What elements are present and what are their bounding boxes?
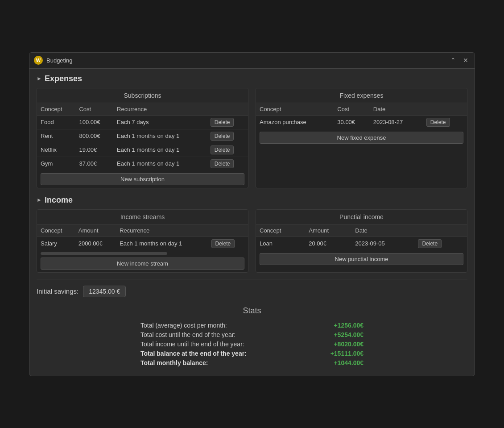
stat-label: Total cost until the end of the year: — [140, 331, 235, 338]
table-row: Food 100.00€ Each 7 days Delete — [37, 115, 248, 129]
streams-col-action — [208, 224, 248, 237]
punctual-col-action — [414, 224, 467, 237]
concept-cell: Food — [37, 115, 75, 129]
action-cell: Delete — [208, 237, 248, 250]
streams-col-amount: Amount — [75, 224, 116, 237]
amount-cell: 2000.00€ — [75, 237, 116, 250]
stat-value: +1256.00€ — [334, 322, 364, 329]
punctual-income-table: Concept Amount Date Loan 20.00€ 2023-09-… — [256, 224, 467, 250]
delete-button[interactable]: Delete — [211, 145, 234, 154]
subs-col-cost: Cost — [75, 103, 113, 116]
date-cell: 2023-09-05 — [351, 237, 414, 250]
new-subscription-button[interactable]: New subscription — [41, 173, 244, 185]
table-row: Amazon purchase 30.00€ 2023-08-27 Delete — [256, 115, 467, 129]
stat-label: Total income until the end of the year: — [140, 341, 244, 348]
subscriptions-panel-title: Subscriptions — [37, 88, 248, 103]
recurrence-cell: Each 1 months on day 1 — [116, 237, 207, 250]
table-row: Rent 800.00€ Each 1 months on day 1 Dele… — [37, 129, 248, 143]
initial-savings-label: Initial savings: — [37, 287, 78, 295]
stat-label: Total monthly balance: — [140, 359, 208, 366]
punctual-col-date: Date — [351, 224, 414, 237]
new-fixed-expense-button[interactable]: New fixed expense — [260, 132, 463, 144]
streams-col-recurrence: Recurrence — [116, 224, 207, 237]
app-icon: W — [34, 56, 43, 65]
action-cell: Delete — [414, 237, 467, 250]
income-panels: Income streams Concept Amount Recurrence — [37, 209, 467, 273]
delete-button[interactable]: Delete — [426, 118, 450, 127]
main-window: W Budgeting ⌃ ✕ ► Expenses Subscriptions — [29, 52, 475, 376]
expenses-arrow-icon: ► — [37, 75, 42, 82]
titlebar: W Budgeting ⌃ ✕ — [29, 53, 475, 69]
recurrence-cell: Each 1 months on day 1 — [113, 157, 207, 170]
stats-title: Stats — [37, 306, 467, 316]
concept-cell: Amazon purchase — [256, 115, 334, 129]
stat-value: +5254.00€ — [334, 331, 364, 338]
income-streams-table: Concept Amount Recurrence Salary 2000.00… — [37, 224, 248, 250]
close-button[interactable]: ✕ — [461, 56, 470, 65]
cost-cell: 800.00€ — [75, 129, 113, 143]
titlebar-controls: ⌃ ✕ — [449, 56, 470, 65]
income-streams-panel: Income streams Concept Amount Recurrence — [37, 209, 248, 273]
new-income-stream-button[interactable]: New income stream — [41, 258, 244, 270]
titlebar-left: W Budgeting — [34, 56, 73, 65]
table-row: Loan 20.00€ 2023-09-05 Delete — [256, 237, 467, 250]
punctual-col-concept: Concept — [256, 224, 305, 237]
delete-button[interactable]: Delete — [418, 239, 442, 248]
concept-cell: Gym — [37, 157, 75, 170]
delete-button[interactable]: Delete — [211, 159, 234, 168]
recurrence-cell: Each 7 days — [113, 115, 207, 129]
subscriptions-table: Concept Cost Recurrence Food 100.00€ Eac… — [37, 103, 248, 170]
delete-button[interactable]: Delete — [211, 239, 235, 248]
delete-button[interactable]: Delete — [211, 132, 234, 141]
income-section-header: ► Income — [37, 195, 467, 205]
initial-savings-value[interactable]: 12345.00 € — [83, 286, 126, 297]
new-punctual-income-button[interactable]: New punctial income — [260, 253, 463, 265]
stat-value: +15111.00€ — [330, 350, 364, 357]
concept-cell: Rent — [37, 129, 75, 143]
action-cell: Delete — [207, 115, 248, 129]
date-cell: 2023-08-27 — [370, 115, 423, 129]
stat-value: +8020.00€ — [334, 341, 364, 348]
cost-cell: 19.00€ — [75, 143, 113, 157]
fixed-col-date: Date — [370, 103, 423, 116]
action-cell: Delete — [207, 143, 248, 157]
cost-cell: 100.00€ — [75, 115, 113, 129]
stat-value: +1044.00€ — [334, 359, 364, 366]
subscriptions-table-wrap[interactable]: Concept Cost Recurrence Food 100.00€ Eac… — [37, 103, 248, 170]
action-cell: Delete — [207, 157, 248, 170]
income-streams-panel-title: Income streams — [37, 210, 248, 224]
fixed-expenses-panel: Fixed expenses Concept Cost Date — [256, 88, 467, 188]
punctual-income-panel: Punctial income Concept Amount Date — [256, 209, 467, 273]
punctual-income-panel-title: Punctial income — [256, 210, 467, 224]
fixed-col-concept: Concept — [256, 103, 334, 116]
fixed-expenses-table-wrap[interactable]: Concept Cost Date Amazon purchase 30.00€… — [256, 103, 467, 129]
minimize-button[interactable]: ⌃ — [449, 56, 458, 65]
stat-label: Total (average) cost per month: — [140, 322, 227, 329]
window-title: Budgeting — [46, 57, 73, 64]
stats-section: Initial savings: 12345.00 € Stats Total … — [37, 279, 467, 366]
cost-cell: 30.00€ — [334, 115, 369, 129]
expenses-section-header: ► Expenses — [37, 74, 467, 83]
stat-row: Total balance at the end of the year: +1… — [140, 350, 364, 357]
punctual-income-table-wrap[interactable]: Concept Amount Date Loan 20.00€ 2023-09-… — [256, 224, 467, 250]
initial-savings-row: Initial savings: 12345.00 € — [37, 286, 467, 297]
stat-row: Total monthly balance: +1044.00€ — [140, 359, 364, 366]
delete-button[interactable]: Delete — [211, 118, 234, 127]
amount-cell: 20.00€ — [305, 237, 351, 250]
income-streams-table-wrap[interactable]: Concept Amount Recurrence Salary 2000.00… — [37, 224, 248, 250]
fixed-expenses-table: Concept Cost Date Amazon purchase 30.00€… — [256, 103, 467, 129]
cost-cell: 37.00€ — [75, 157, 113, 170]
subs-col-recurrence: Recurrence — [113, 103, 207, 116]
income-section-label: Income — [45, 195, 73, 205]
punctual-col-amount: Amount — [305, 224, 351, 237]
table-row: Gym 37.00€ Each 1 months on day 1 Delete — [37, 157, 248, 170]
stat-row: Total cost until the end of the year: +5… — [140, 331, 364, 338]
concept-cell: Netflix — [37, 143, 75, 157]
streams-scrollbar[interactable] — [41, 252, 167, 255]
recurrence-cell: Each 1 months on day 1 — [113, 143, 207, 157]
expenses-section-label: Expenses — [45, 74, 82, 83]
fixed-col-action — [423, 103, 467, 116]
concept-cell: Salary — [37, 237, 75, 250]
stat-row: Total income until the end of the year: … — [140, 341, 364, 348]
subs-col-action — [207, 103, 248, 116]
